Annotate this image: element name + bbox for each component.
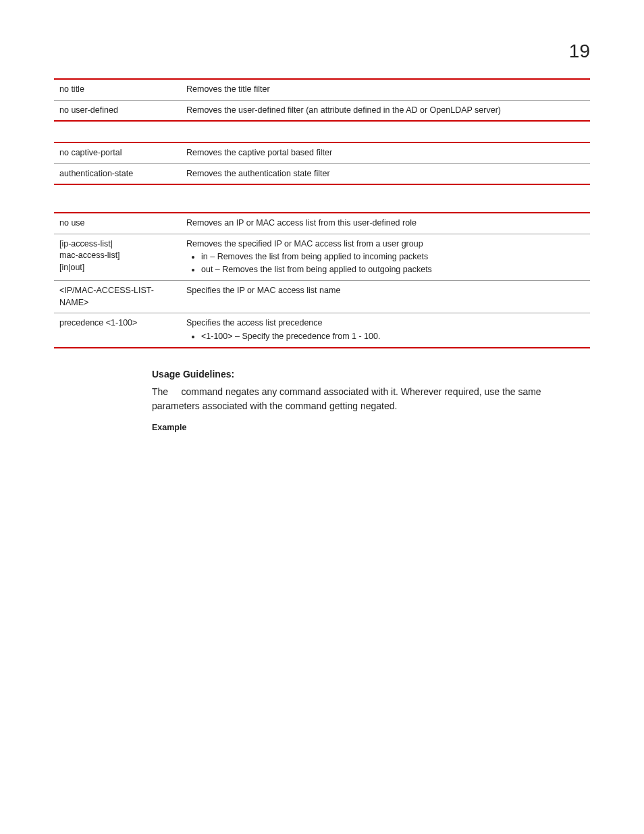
usage-body-pre: The xyxy=(152,386,171,397)
cell-line: [ip-access-list| xyxy=(59,239,113,249)
bullet-list: in – Removes the list from being applied… xyxy=(201,251,585,276)
table-row: [ip-access-list| mac-access-list] [in|ou… xyxy=(54,234,590,281)
bullet-item: <1-100> – Specify the precedence from 1 … xyxy=(201,331,585,343)
table-row: <IP/MAC-ACCESS-LIST-NAME> Specifies the … xyxy=(54,281,590,313)
table-row: no title Removes the title filter xyxy=(54,79,590,100)
usage-heading: Usage Guidelines: xyxy=(152,369,590,380)
cell-description: Removes the captive portal based filter xyxy=(181,142,590,163)
table-filter-1: no title Removes the title filter no use… xyxy=(54,78,590,122)
cell-intro: Removes the specified IP or MAC access l… xyxy=(186,239,423,249)
table-row: no user-defined Removes the user-defined… xyxy=(54,100,590,121)
cell-command: no title xyxy=(54,79,181,100)
table-access-list: no use Removes an IP or MAC access list … xyxy=(54,212,590,348)
table-filter-2: no captive-portal Removes the captive po… xyxy=(54,142,590,185)
cell-command: precedence <1-100> xyxy=(54,313,181,348)
cell-description: Removes the authentication state filter xyxy=(181,163,590,184)
cell-line: mac-access-list] xyxy=(59,251,120,260)
cell-description: Specifies the IP or MAC access list name xyxy=(181,281,590,313)
cell-description: Removes the user-defined filter (an attr… xyxy=(181,100,590,121)
example-heading: Example xyxy=(152,423,590,432)
bullet-item: in – Removes the list from being applied… xyxy=(201,251,585,263)
cell-command: no captive-portal xyxy=(54,142,181,163)
cell-command: authentication-state xyxy=(54,163,181,184)
table-row: no captive-portal Removes the captive po… xyxy=(54,142,590,163)
cell-command: no use xyxy=(54,213,181,234)
page-number: 19 xyxy=(54,41,590,62)
cell-command: [ip-access-list| mac-access-list] [in|ou… xyxy=(54,234,181,281)
usage-section: Usage Guidelines: The command negates an… xyxy=(152,369,590,432)
cell-intro: Specifies the access list precedence xyxy=(186,318,323,328)
cell-description: Removes an IP or MAC access list from th… xyxy=(181,213,590,234)
cell-description: Removes the title filter xyxy=(181,79,590,100)
table-row: authentication-state Removes the authent… xyxy=(54,163,590,184)
cell-description: Specifies the access list precedence <1-… xyxy=(181,313,590,348)
table-row: precedence <1-100> Specifies the access … xyxy=(54,313,590,348)
table-row: no use Removes an IP or MAC access list … xyxy=(54,213,590,234)
cell-command: <IP/MAC-ACCESS-LIST-NAME> xyxy=(54,281,181,313)
cell-line: [in|out] xyxy=(59,263,84,272)
cell-command: no user-defined xyxy=(54,100,181,121)
bullet-item: out – Removes the list from being applie… xyxy=(201,264,585,276)
cell-description: Removes the specified IP or MAC access l… xyxy=(181,234,590,281)
usage-body: The command negates any command associat… xyxy=(152,385,590,413)
bullet-list: <1-100> – Specify the precedence from 1 … xyxy=(201,331,585,343)
usage-body-post: command negates any command associated w… xyxy=(152,386,541,411)
